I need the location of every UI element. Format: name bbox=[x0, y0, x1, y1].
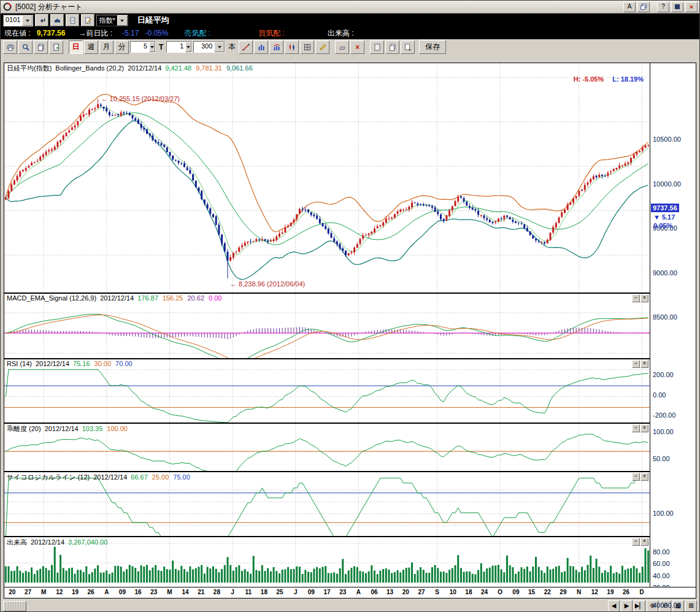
close-tool-button[interactable]: ⊠ bbox=[685, 600, 697, 612]
a-button-label: A bbox=[628, 4, 632, 10]
panel-macd: MACD_EMA_Signal (12,26,9)2012/12/14176.8… bbox=[4, 294, 650, 359]
period-month-label: 月 bbox=[103, 42, 110, 52]
period-week-label: 週 bbox=[88, 42, 95, 52]
x-axis-tick-label: 19 bbox=[607, 589, 613, 595]
period-week-button[interactable]: 週 bbox=[84, 40, 98, 54]
panel-minimize-button[interactable]: − bbox=[632, 473, 640, 481]
trough-annotation: ← 8,238.96 (2012/06/04) bbox=[230, 280, 305, 288]
delete-drawing-button[interactable]: × bbox=[350, 40, 364, 54]
indicator-value: 25.00 bbox=[152, 473, 169, 481]
price-axis: 10500.0010000.009500.009000.008500.00200… bbox=[650, 63, 696, 587]
symbol-code-select[interactable]: 0101 bbox=[3, 15, 33, 26]
rsi-date: 2012/12/14 bbox=[36, 360, 69, 367]
x-axis-tick-label: D bbox=[640, 589, 644, 595]
x-axis-tick-label: M bbox=[41, 589, 46, 595]
y-axis-tick-label: 100.00 bbox=[653, 428, 674, 435]
x-axis-tick-label: S bbox=[435, 589, 439, 595]
psy-panel-header: サイコロジカルライン (12)2012/12/1466.6725.0075.00 bbox=[7, 473, 194, 482]
symbol-category-value: 指数* bbox=[97, 15, 117, 26]
x-axis-tick-label: 06 bbox=[371, 589, 377, 595]
close-button[interactable]: × bbox=[685, 2, 698, 12]
panel-main-chart: 日経平均(指数)Bollinger_Bands (20,2)2012/12/14… bbox=[4, 63, 650, 294]
peak-annotation: ← 10,255.15 (2012/03/27) bbox=[101, 95, 180, 102]
indicator-grid-button[interactable] bbox=[300, 40, 314, 54]
chevron-down-icon[interactable] bbox=[117, 15, 128, 26]
period-day-button[interactable]: 日 bbox=[69, 40, 83, 54]
submit-code-button[interactable] bbox=[35, 14, 48, 26]
title-bar: [5002] 分析チャート A ? × bbox=[1, 1, 699, 13]
layout-copy-button[interactable] bbox=[370, 40, 384, 54]
macd-chart-svg[interactable] bbox=[4, 294, 650, 358]
symbol-name: 日経平均 bbox=[137, 15, 169, 26]
bar-chart-trend-button[interactable] bbox=[269, 40, 283, 54]
jump-latest-button[interactable]: ▶▏ bbox=[634, 600, 645, 612]
chevron-down-icon[interactable] bbox=[22, 15, 33, 26]
copy-window-button[interactable] bbox=[637, 2, 650, 12]
y-axis-tick-label: 10000.00 bbox=[653, 180, 681, 188]
tick-count-value: 1 bbox=[167, 42, 185, 52]
candle-chart-type-button[interactable] bbox=[285, 40, 299, 54]
indicator-value: 156.25 bbox=[163, 294, 183, 302]
symbol-search-button[interactable] bbox=[50, 14, 64, 26]
panel-close-button[interactable]: × bbox=[640, 538, 648, 546]
bar-chart-type-button[interactable] bbox=[254, 40, 268, 54]
minute-period-select[interactable]: 5 bbox=[130, 41, 156, 53]
x-axis-tick-label: M bbox=[167, 589, 172, 595]
export-chart-button[interactable] bbox=[49, 40, 63, 54]
chevron-down-icon[interactable] bbox=[214, 42, 225, 52]
x-axis-tick-label: A bbox=[104, 589, 109, 595]
x-axis-tick-label: 15 bbox=[528, 589, 535, 595]
x-axis-tick-label: 23 bbox=[339, 589, 346, 595]
panel-close-button[interactable]: × bbox=[640, 473, 648, 481]
horizontal-scrollbar[interactable] bbox=[3, 601, 26, 611]
symbol-category-select[interactable]: 指数* bbox=[96, 15, 128, 26]
panel-close-button[interactable]: × bbox=[640, 360, 648, 368]
current-price-label: 現在値 : bbox=[4, 28, 31, 39]
chevron-down-icon[interactable] bbox=[185, 42, 191, 52]
bar-count-select[interactable]: 300 bbox=[193, 41, 225, 53]
app-icon bbox=[2, 2, 12, 12]
indicator-value: 3,267,040.00 bbox=[68, 538, 107, 546]
period-month-button[interactable]: 月 bbox=[99, 40, 113, 54]
save-button[interactable]: 保存 bbox=[419, 40, 446, 54]
tick-count-select[interactable]: 1 bbox=[166, 41, 192, 53]
y-axis-tick-label: 8500.00 bbox=[653, 313, 677, 321]
chevron-down-icon[interactable] bbox=[149, 42, 155, 52]
edit-memo-button[interactable] bbox=[81, 14, 94, 26]
x-axis-tick-label: J bbox=[231, 589, 234, 595]
main-date: 2012/12/14 bbox=[128, 64, 161, 72]
panel-close-button[interactable]: × bbox=[640, 424, 648, 432]
bar-count-value: 300 bbox=[194, 42, 214, 52]
panel-minimize-button[interactable]: − bbox=[632, 360, 640, 368]
bar-unit-label: 本 bbox=[228, 42, 236, 52]
panel-close-button[interactable]: × bbox=[640, 294, 648, 302]
analysis-chart-window: [5002] 分析チャート A ? × 0101 指数* bbox=[0, 0, 700, 612]
layout-menu-button[interactable] bbox=[401, 40, 415, 54]
scroll-left-button[interactable]: ◀ bbox=[608, 600, 620, 612]
delete-x-icon: × bbox=[355, 43, 360, 52]
panel-minimize-button[interactable]: − bbox=[632, 424, 640, 432]
scroll-right-button[interactable]: ▶ bbox=[621, 600, 633, 612]
memo-button[interactable] bbox=[66, 14, 79, 26]
high-low-readout: H: -5.05%L: 18.19% bbox=[574, 75, 644, 83]
period-minute-button[interactable]: 分 bbox=[115, 40, 129, 54]
rsi-chart-svg[interactable] bbox=[4, 359, 650, 423]
copy-chart-button[interactable] bbox=[34, 40, 48, 54]
trend-line-tool-button[interactable] bbox=[239, 40, 253, 54]
main-symbol-title: 日経平均(指数) bbox=[7, 64, 52, 72]
annotation-mode-button[interactable]: A bbox=[623, 2, 636, 12]
draw-pencil-button[interactable] bbox=[315, 40, 329, 54]
indicator-value: 75.16 bbox=[73, 360, 90, 367]
help-button[interactable]: ? bbox=[657, 2, 669, 12]
eraser-button[interactable] bbox=[335, 40, 349, 54]
panel-minimize-button[interactable]: − bbox=[632, 538, 640, 546]
layout-paste-button[interactable] bbox=[385, 40, 399, 54]
zoom-button[interactable] bbox=[18, 40, 33, 54]
y-axis-tick-label: 200.00 bbox=[653, 371, 674, 378]
x-axis-tick-label: 13 bbox=[387, 589, 393, 595]
close-icon: × bbox=[690, 4, 693, 10]
panel-minimize-button[interactable]: − bbox=[632, 294, 640, 302]
print-button[interactable] bbox=[3, 40, 17, 54]
pin-button[interactable] bbox=[671, 2, 683, 12]
psy-date: 2012/12/14 bbox=[93, 473, 127, 481]
